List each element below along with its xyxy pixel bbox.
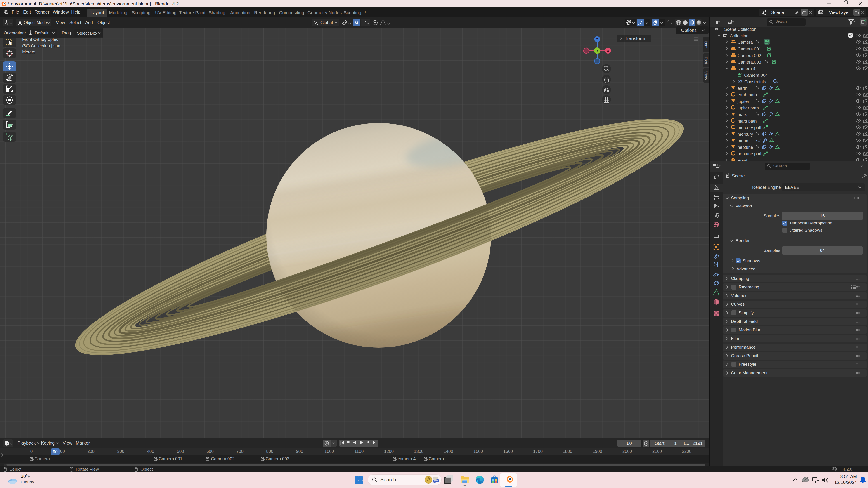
svg-text:-Y: -Y [595, 49, 599, 53]
svg-text:X: X [607, 49, 609, 53]
svg-text:Z: Z [596, 37, 598, 41]
